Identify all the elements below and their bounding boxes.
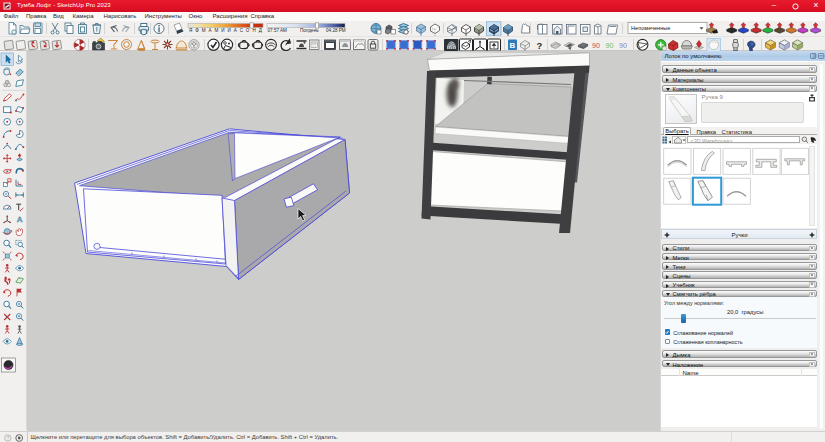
svg-text:90: 90: [619, 41, 627, 50]
svg-text:A: A: [17, 215, 23, 224]
svg-text:Полдень: Полдень: [300, 27, 319, 32]
svg-text:90: 90: [592, 41, 600, 50]
svg-text:07:57 AM: 07:57 AM: [268, 27, 288, 32]
svg-text:?: ?: [6, 435, 9, 441]
svg-text:B: B: [510, 40, 516, 49]
svg-text:Непомеченные: Непомеченные: [631, 25, 670, 31]
svg-text:?: ?: [537, 39, 543, 50]
svg-text:04:28 PM: 04:28 PM: [326, 27, 346, 32]
svg-text:ЯФМАМИИАСОНД: ЯФМАМИИАСОНД: [189, 27, 265, 32]
svg-text:90: 90: [606, 41, 614, 50]
